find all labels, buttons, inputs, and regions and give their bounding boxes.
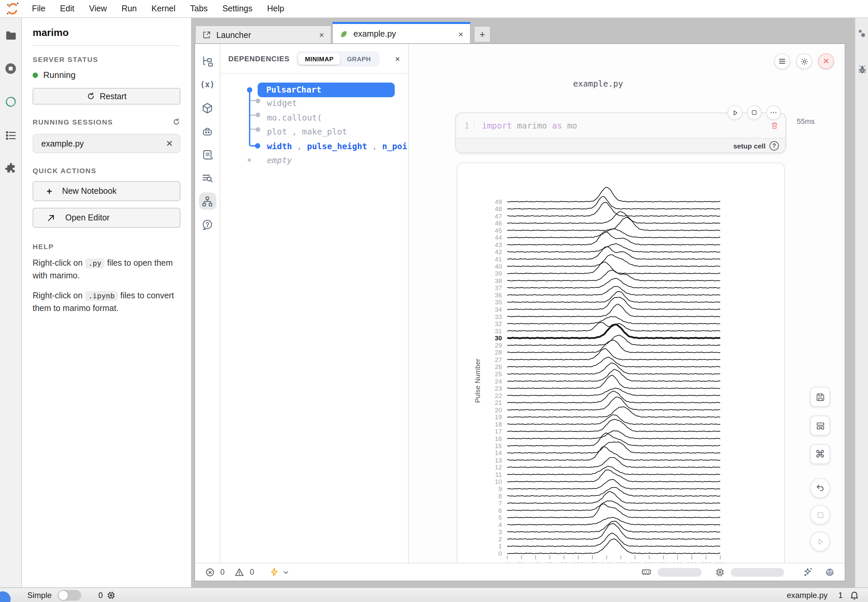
close-session-icon[interactable]: ✕ [166,138,173,149]
warnings-icon[interactable] [235,567,245,577]
minimap-tab[interactable]: MINIMAP [298,53,340,64]
simple-mode-toggle[interactable] [58,590,81,600]
svg-text:27: 27 [495,356,502,363]
ai-assistant-icon[interactable] [199,123,216,140]
svg-text:45: 45 [495,227,502,234]
tree-node-dot [248,158,251,162]
svg-text:30: 30 [495,335,502,342]
menu-file[interactable]: File [25,4,52,13]
svg-text:11: 11 [495,471,502,478]
notebook-action-column: ⌘ [810,387,830,558]
assistant-avatar-icon[interactable] [824,567,835,578]
session-item[interactable]: example.py ✕ [33,134,180,153]
plus-icon: + [47,186,52,197]
extensions-icon[interactable] [4,162,17,175]
delete-cell-icon[interactable] [770,121,779,130]
tree-item-pulsarchart[interactable]: PulsarChart [258,83,395,97]
menu-run[interactable]: Run [114,4,144,13]
cell-more-options-button[interactable] [766,105,781,120]
menu-tabs[interactable]: Tabs [183,4,215,13]
server-status-heading: SERVER STATUS [33,55,180,63]
close-icon: ✕ [823,57,830,66]
notebook-window: (x) [195,44,845,581]
open-editor-button[interactable]: Open Editor [33,208,180,228]
graph-tab[interactable]: GRAPH [340,53,377,64]
menu-edit[interactable]: Edit [52,4,81,13]
pulsar-ridgeline-chart[interactable]: 0204060801001201401601802002202402602803… [457,163,785,563]
run-all-button[interactable] [810,531,830,551]
advanced-settings-icon[interactable] [855,29,868,39]
variables-icon[interactable]: (x) [199,76,216,93]
command-palette-button[interactable]: ⌘ [810,444,830,464]
close-panel-icon[interactable]: × [395,54,400,64]
statusbar-filename[interactable]: example.py [787,590,828,600]
menu-settings[interactable]: Settings [215,4,259,13]
undo-button[interactable] [810,478,830,498]
setup-help-icon[interactable]: ? [770,141,779,150]
svg-text:19: 19 [495,413,502,421]
run-mode-bolt-icon[interactable] [270,567,279,577]
layout-button[interactable] [810,416,830,436]
close-tab-icon[interactable]: × [458,29,463,39]
tree-node-dot [255,127,260,132]
svg-text:200: 200 [644,561,655,563]
help-heading: HELP [33,243,180,250]
file-browser-icon[interactable] [4,29,17,42]
code-text: import marimo as mo [482,121,577,131]
shutdown-kernel-button[interactable]: ✕ [818,53,834,69]
tree-item-defs[interactable]: width , pulse_height , n_poi [267,141,407,151]
svg-text:0: 0 [498,550,502,557]
application-window: File Edit View Run Kernel Tabs Settings … [0,0,868,602]
kernel-chip-icon[interactable] [107,590,116,600]
packages-icon[interactable] [199,99,216,117]
tree-item-empty[interactable]: empty [267,155,292,165]
notebook-menu-button[interactable] [774,53,790,69]
svg-text:38: 38 [495,277,502,284]
save-button[interactable] [810,387,830,407]
svg-text:300: 300 [715,561,725,563]
chevron-down-icon[interactable] [282,568,290,576]
new-tab-button[interactable]: + [474,26,491,43]
status-dot [33,72,38,78]
close-tab-icon[interactable]: × [319,30,324,40]
tree-item-callout[interactable]: mo.callout( [267,112,322,122]
menu-view[interactable]: View [81,4,114,13]
refresh-sessions-icon[interactable] [172,118,180,126]
table-of-contents-icon[interactable] [4,129,17,142]
errors-icon[interactable] [205,567,215,577]
svg-text:28: 28 [495,349,502,356]
menu-bar: File Edit View Run Kernel Tabs Settings … [0,0,868,18]
scratchpad-search-icon[interactable] [199,169,216,186]
bell-icon[interactable] [850,590,859,600]
svg-text:42: 42 [495,249,502,255]
menu-kernel[interactable]: Kernel [144,4,183,13]
svg-text:120: 120 [587,561,598,563]
new-notebook-button[interactable]: + New Notebook [33,181,180,201]
help-text-py: Right-click on .py files to open them wi… [33,257,180,283]
ai-sparkle-icon[interactable] [803,567,813,577]
svg-text:43: 43 [495,241,502,249]
restart-button[interactable]: Restart [33,88,180,104]
tree-item-plot[interactable]: plot , make_plot [267,126,347,137]
debug-bug-icon[interactable] [855,64,868,75]
stop-cell-button[interactable] [747,105,762,120]
help-icon[interactable] [199,216,216,233]
notebook-settings-button[interactable] [796,53,812,69]
running-sessions-heading: RUNNING SESSIONS [33,118,113,126]
dependencies-panel-icon[interactable] [199,192,216,210]
tab-example-py-label: example.py [353,29,396,38]
interrupt-button[interactable] [810,505,830,525]
logs-icon[interactable] [199,146,216,163]
tree-item-widget[interactable]: widget [267,98,297,108]
svg-text:220: 220 [658,561,669,563]
menu-help[interactable]: Help [259,4,291,13]
marimo-panel-icon[interactable] [4,95,17,109]
run-cell-button[interactable] [728,105,742,120]
tab-example-py[interactable]: example.py × [332,22,471,44]
svg-text:240: 240 [672,561,683,563]
running-kernels-icon[interactable] [4,62,17,75]
ipynb-extension-chip: .ipynb [85,291,118,301]
svg-text:21: 21 [495,399,502,406]
tab-launcher[interactable]: Launcher × [195,25,331,44]
file-tree-icon[interactable] [199,52,216,70]
